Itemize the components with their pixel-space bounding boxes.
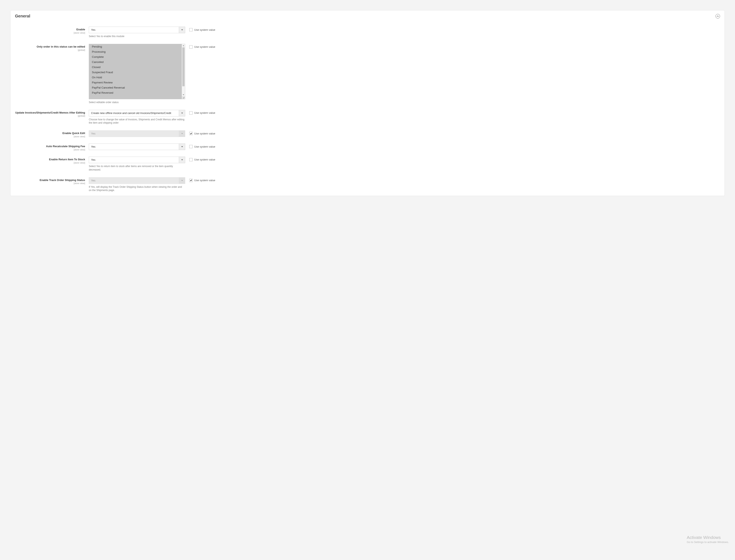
chevron-down-icon[interactable] [179,110,185,116]
field-control: Yes Select Yes to return item to stock a… [89,157,185,172]
field-auto-recalc: Auto Recalculate Shipping Fee [store vie… [15,143,720,151]
list-item[interactable]: Suspected Fraud [89,70,182,75]
scroll-thumb[interactable] [182,47,184,86]
list-item[interactable]: Pending [89,44,182,49]
field-control: Yes Select Yes to enable this module [89,27,185,38]
use-system-wrapper: Use system value [185,157,215,161]
list-item[interactable]: Payment Review [89,80,182,85]
label-text: Enable Quick Edit [15,132,85,135]
use-system-checkbox[interactable] [189,158,192,161]
field-label: Enable Quick Edit [store view] [15,130,89,138]
use-system-label: Use system value [194,45,215,48]
multiselect-options: Pending Processing Complete Canceled Clo… [89,44,182,99]
field-order-status: Only order in this status can be edited … [15,44,720,104]
scroll-down-icon[interactable] [182,93,185,97]
list-item[interactable]: On Hold [89,75,182,80]
section-title: General [15,14,30,18]
label-scope: [global] [15,115,85,117]
use-system-checkbox[interactable] [189,111,192,115]
field-note: If Yes, will display the Track Order Shi… [89,185,185,192]
use-system-checkbox[interactable] [189,132,192,135]
list-item[interactable]: Canceled [89,59,182,65]
field-return-stock: Enable Return Item To Stock [store view]… [15,157,720,172]
label-scope: [store view] [15,162,85,164]
select-value: Yes [89,157,179,163]
scroll-up-icon[interactable] [182,44,185,47]
chevron-down-icon [179,131,185,137]
track-shipping-select: Yes [89,177,185,184]
use-system-wrapper: Use system value [185,44,215,49]
panel-body: Enable [store view] Yes Select Yes to en… [10,20,725,196]
field-update-invoices: Update Invoices/Shipments/Credit Memos A… [15,110,720,125]
auto-recalc-select[interactable]: Yes [89,143,185,150]
use-system-label: Use system value [194,111,215,114]
select-value: Yes [89,27,179,33]
use-system-wrapper: Use system value [185,110,215,115]
select-value: Create new offline invoice and cancel ol… [89,110,179,116]
use-system-wrapper: Use system value [185,27,215,31]
use-system-label: Use system value [194,132,215,135]
label-text: Only order in this status can be edited [15,45,85,49]
use-system-wrapper: Use system value [185,143,215,148]
field-note: Choose how to change the value of Invoic… [89,118,185,125]
field-note: Select editable order status [89,101,185,104]
return-stock-select[interactable]: Yes [89,157,185,163]
label-scope: [store view] [15,182,85,184]
field-control: Create new offline invoice and cancel ol… [89,110,185,125]
use-system-checkbox[interactable] [189,45,192,49]
resize-handle[interactable] [182,97,185,99]
label-scope: [store view] [15,135,85,138]
quick-edit-select: Yes [89,130,185,137]
use-system-label: Use system value [194,28,215,31]
use-system-label: Use system value [194,145,215,148]
chevron-down-icon[interactable] [179,144,185,150]
enable-select[interactable]: Yes [89,27,185,33]
use-system-wrapper: Use system value [185,130,215,135]
update-invoices-select[interactable]: Create new offline invoice and cancel ol… [89,110,185,116]
field-control: Yes If Yes, will display the Track Order… [89,177,185,192]
scrollbar[interactable] [182,44,185,99]
label-text: Enable Return Item To Stock [15,158,85,161]
list-item[interactable]: Closed [89,65,182,70]
list-item[interactable]: PayPal Canceled Reversal [89,85,182,90]
list-item[interactable]: PayPal Reversed [89,90,182,95]
chevron-down-icon [179,178,185,184]
field-label: Only order in this status can be edited … [15,44,89,51]
field-control: Yes [89,143,185,150]
scroll-track[interactable] [182,47,185,93]
field-label: Enable Track Order Shipping Status [stor… [15,177,89,185]
label-text: Update Invoices/Shipments/Credit Memos A… [15,111,85,115]
select-value: Yes [89,144,179,150]
list-item[interactable]: Processing [89,49,182,54]
field-control: Yes [89,130,185,137]
field-label: Enable [store view] [15,27,89,34]
use-system-label: Use system value [194,179,215,182]
label-text: Auto Recalculate Shipping Fee [15,145,85,148]
order-status-multiselect[interactable]: Pending Processing Complete Canceled Clo… [89,44,185,99]
list-item[interactable]: Complete [89,54,182,59]
use-system-checkbox[interactable] [189,28,192,31]
collapse-toggle-icon[interactable] [716,14,720,18]
field-label: Update Invoices/Shipments/Credit Memos A… [15,110,89,117]
label-text: Enable Track Order Shipping Status [15,179,85,182]
use-system-label: Use system value [194,158,215,161]
chevron-down-icon[interactable] [179,157,185,163]
label-scope: [global] [15,49,85,51]
field-quick-edit: Enable Quick Edit [store view] Yes Use s… [15,130,720,138]
panel-header: General [10,10,725,20]
field-label: Enable Return Item To Stock [store view] [15,157,89,164]
use-system-checkbox[interactable] [189,179,192,182]
field-control: Pending Processing Complete Canceled Clo… [89,44,185,104]
label-scope: [store view] [15,32,85,34]
chevron-down-icon[interactable] [179,27,185,33]
label-text: Enable [15,28,85,31]
field-track-shipping: Enable Track Order Shipping Status [stor… [15,177,720,192]
use-system-wrapper: Use system value [185,177,215,182]
field-note: Select Yes to return item to stock after… [89,165,185,172]
field-enable: Enable [store view] Yes Select Yes to en… [15,27,720,38]
general-panel: General Enable [store view] Yes Select Y… [10,10,725,196]
field-label: Auto Recalculate Shipping Fee [store vie… [15,143,89,151]
use-system-checkbox[interactable] [189,145,192,148]
select-value: Yes [89,131,179,137]
field-note: Select Yes to enable this module [89,35,185,38]
